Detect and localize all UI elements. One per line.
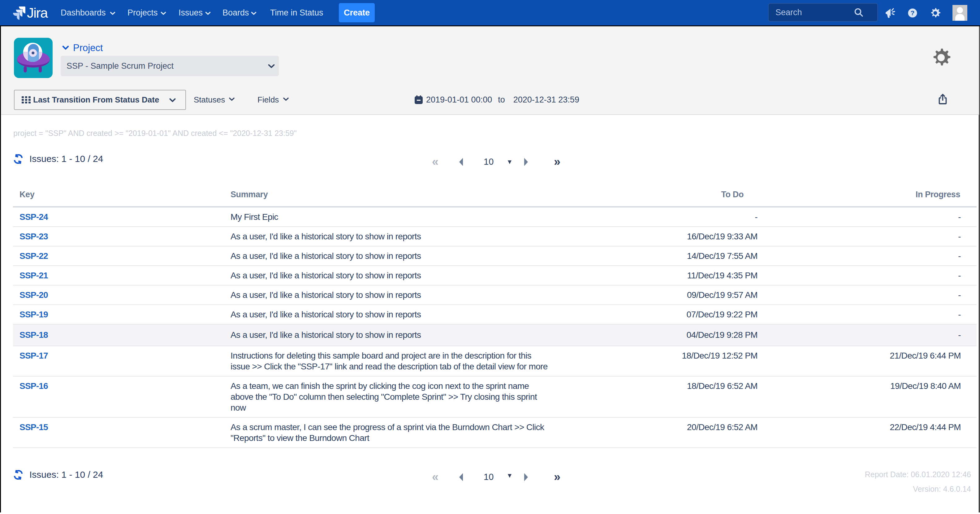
svg-text:?: ? [911,9,915,16]
